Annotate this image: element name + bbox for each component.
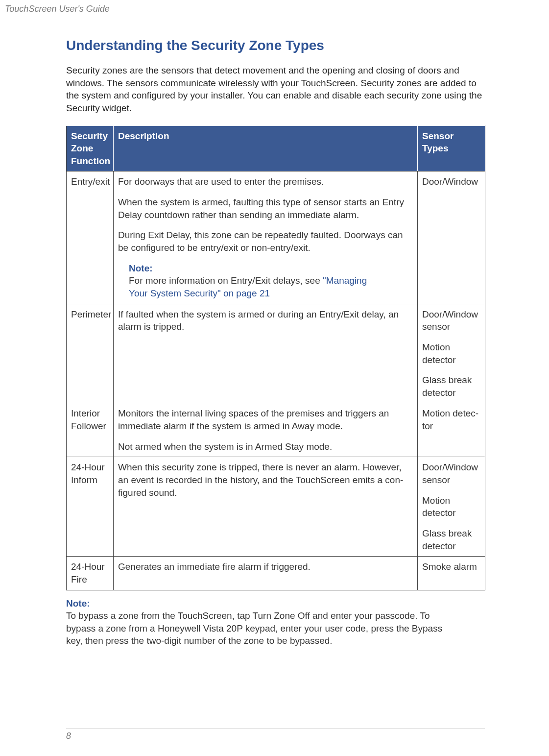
desc-p: When this security zone is tripped, ther…: [118, 461, 413, 499]
cell-description: When this security zone is tripped, ther…: [114, 457, 418, 557]
note-body: For more information on Entry/Exit delay…: [129, 274, 379, 299]
table-row: 24-Hour Inform When this security zone i…: [67, 457, 485, 557]
table-header-row: Security Zone Function Description Senso…: [67, 125, 485, 171]
cell-sensors: Motion detec­tor: [418, 403, 485, 457]
doc-header: TouchScreen User's Guide: [5, 4, 485, 14]
desc-p: Not armed when the system is in Armed St…: [118, 440, 413, 453]
page: TouchScreen User's Guide Understanding t…: [0, 0, 549, 756]
desc-p: Monitors the internal living spaces of t…: [118, 407, 413, 432]
cell-function: Entry/exit: [67, 171, 114, 304]
sensor-item: Motion detec­tor: [422, 407, 480, 432]
desc-p: If faulted when the system is armed or d…: [118, 308, 413, 333]
sensor-item: Door/Window sensor: [422, 461, 480, 486]
note-body: To bypass a zone from the TouchScreen, t…: [66, 610, 451, 647]
table-row: 24-Hour Fire Generates an immediate fire…: [67, 557, 485, 590]
th-sensor-types: Sensor Types: [418, 125, 485, 171]
sensor-item: Door/Window: [422, 175, 480, 188]
note-text: For more information on Entry/Exit delay…: [129, 275, 323, 286]
cell-function: 24-Hour Inform: [67, 457, 114, 557]
sensor-item: Door/Window sensor: [422, 308, 480, 333]
cell-description: Monitors the internal living spaces of t…: [114, 403, 418, 457]
cell-sensors: Door/Window: [418, 171, 485, 304]
bottom-note: Note: To bypass a zone from the TouchScr…: [66, 597, 485, 648]
cell-sensors: Door/Window sensor Motion detector Glass…: [418, 304, 485, 403]
cell-function: Perimeter: [67, 304, 114, 403]
cell-function: Interior Follower: [67, 403, 114, 457]
sensor-item: Motion detector: [422, 341, 480, 366]
th-function: Security Zone Function: [67, 125, 114, 171]
cell-function: 24-Hour Fire: [67, 557, 114, 590]
intro-paragraph: Security zones are the sensors that dete…: [66, 64, 485, 115]
inline-note: Note: For more information on Entry/Exit…: [129, 262, 413, 300]
note-label: Note:: [129, 262, 163, 275]
th-description: Description: [114, 125, 418, 171]
section-title: Understanding the Security Zone Types: [66, 38, 485, 53]
desc-p: During Exit Delay, this zone can be repe…: [118, 229, 413, 254]
sensor-item: Motion detector: [422, 494, 480, 519]
cell-sensors: Smoke alarm: [418, 557, 485, 590]
table-row: Perimeter If faulted when the system is …: [67, 304, 485, 403]
sensor-item: Glass break detector: [422, 527, 480, 552]
note-label: Note:: [66, 597, 100, 610]
cell-description: Generates an immediate fire alarm if tri…: [114, 557, 418, 590]
desc-p: For doorways that are used to enter the …: [118, 175, 413, 188]
page-number: 8: [66, 729, 485, 741]
sensor-item: Glass break detector: [422, 374, 480, 399]
table-row: Entry/exit For doorways that are used to…: [67, 171, 485, 304]
desc-p: When the system is armed, faulting this …: [118, 196, 413, 221]
cell-sensors: Door/Window sensor Motion detector Glass…: [418, 457, 485, 557]
security-zone-table: Security Zone Function Description Senso…: [66, 125, 485, 590]
cell-description: For doorways that are used to enter the …: [114, 171, 418, 304]
sensor-item: Smoke alarm: [422, 561, 480, 573]
table-row: Interior Follower Monitors the internal …: [67, 403, 485, 457]
cell-description: If faulted when the system is armed or d…: [114, 304, 418, 403]
desc-p: Generates an immediate fire alarm if tri…: [118, 561, 413, 573]
